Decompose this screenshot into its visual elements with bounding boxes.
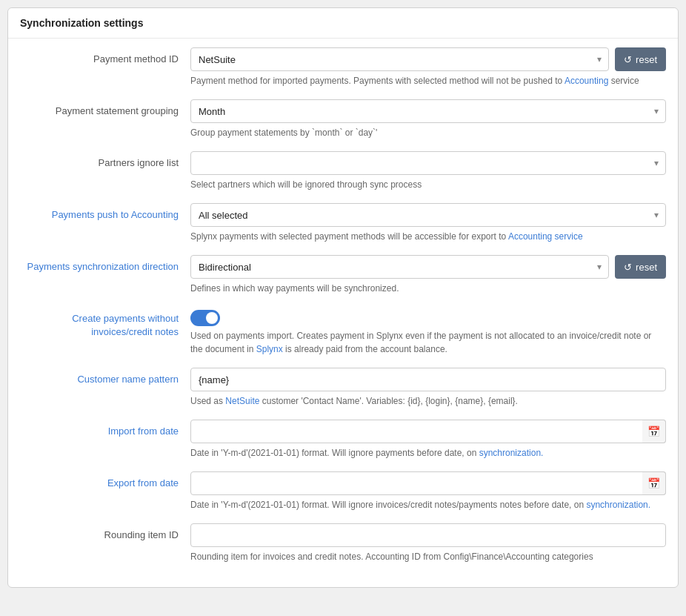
select-payment-statement-grouping[interactable]: Month: [190, 99, 666, 123]
label-export-from-date: Export from date: [20, 471, 190, 490]
content-payments-push: All selected ▾ Splynx payments with sele…: [190, 203, 666, 243]
hint-payments-push: Splynx payments with selected payment me…: [190, 230, 666, 243]
row-import-from-date: Import from date 📅 Date in 'Y-m-d'(2021-…: [20, 420, 666, 460]
label-customer-name-pattern: Customer name pattern: [20, 368, 190, 386]
content-payment-method-id: NetSuite ▾ ↺ reset Payment method for im…: [190, 47, 666, 87]
content-import-from-date: 📅 Date in 'Y-m-d'(2021-01-01) format. Wi…: [190, 420, 666, 460]
row-payments-push: Payments push to Accounting All selected…: [20, 203, 666, 243]
panel-title: Synchronization settings: [8, 8, 678, 39]
label-partners-ignore-list: Partners ignore list: [20, 151, 190, 170]
hint-link-accounting-service: Accounting service: [508, 231, 583, 242]
calendar-icon-export: 📅: [647, 477, 660, 489]
hint-payments-sync-direction: Defines in which way payments will be sy…: [190, 282, 666, 295]
input-export-from-date[interactable]: [190, 471, 666, 495]
hint-link-netsuite-customer: NetSuite: [225, 396, 259, 406]
hint-rounding-item-id: Rounding item for invoices and credit no…: [190, 550, 666, 563]
calendar-button-import[interactable]: 📅: [642, 420, 666, 443]
row-export-from-date: Export from date 📅 Date in 'Y-m-d'(2021-…: [20, 471, 666, 511]
row-payment-statement-grouping: Payment statement grouping Month ▾ Group…: [20, 99, 666, 139]
content-partners-ignore-list: ▾ Select partners which will be ignored …: [190, 151, 666, 191]
hint-link-sync-export: synchronization.: [586, 500, 650, 510]
row-customer-name-pattern: Customer name pattern Used as NetSuite c…: [20, 368, 666, 408]
hint-import-from-date: Date in 'Y-m-d'(2021-01-01) format. Will…: [190, 446, 666, 460]
label-payment-statement-grouping: Payment statement grouping: [20, 99, 190, 118]
reset-button-payment-method-id[interactable]: ↺ reset: [615, 47, 666, 71]
hint-customer-name-pattern: Used as NetSuite customer 'Contact Name'…: [190, 394, 666, 408]
reset-label-sync: reset: [636, 262, 657, 273]
row-payment-method-id: Payment method ID NetSuite ▾ ↺ reset: [20, 47, 666, 87]
date-wrapper-import: 📅: [190, 420, 666, 443]
select-wrapper-payment-statement-grouping: Month ▾: [190, 99, 666, 123]
row-create-payments: Create payments without invoices/credit …: [20, 307, 666, 356]
label-create-payments: Create payments without invoices/credit …: [20, 307, 190, 339]
row-partners-ignore-list: Partners ignore list ▾ Select partners w…: [20, 151, 666, 191]
content-payments-sync-direction: Bidirectional ▾ ↺ reset Defines in which…: [190, 255, 666, 295]
input-rounding-item-id[interactable]: [190, 523, 666, 547]
select-payments-sync-direction[interactable]: Bidirectional: [190, 255, 609, 279]
label-payments-push: Payments push to Accounting: [20, 203, 190, 222]
hint-link-splynx: Splynx: [256, 344, 283, 354]
content-create-payments: Used on payments import. Creates payment…: [190, 307, 666, 356]
content-export-from-date: 📅 Date in 'Y-m-d'(2021-01-01) format. Wi…: [190, 471, 666, 511]
reset-icon: ↺: [624, 54, 632, 65]
row-rounding-item-id: Rounding item ID Rounding item for invoi…: [20, 523, 666, 563]
hint-payment-statement-grouping: Group payment statements by `month` or `…: [190, 126, 666, 139]
hint-link-accounting: Accounting: [565, 76, 608, 86]
select-partners-ignore-list[interactable]: [190, 151, 666, 175]
content-rounding-item-id: Rounding item for invoices and credit no…: [190, 523, 666, 563]
input-customer-name-pattern[interactable]: [190, 368, 666, 391]
label-payments-sync-direction: Payments synchronization direction: [20, 255, 190, 274]
select-payment-method-id[interactable]: NetSuite: [190, 47, 609, 71]
toggle-wrapper-create-payments: [190, 307, 666, 326]
hint-create-payments: Used on payments import. Creates payment…: [190, 329, 666, 356]
row-payments-sync-direction: Payments synchronization direction Bidir…: [20, 255, 666, 295]
date-wrapper-export: 📅: [190, 471, 666, 495]
input-import-from-date[interactable]: [190, 420, 666, 443]
hint-partners-ignore-list: Select partners which will be ignored th…: [190, 178, 666, 191]
control-row-payment-method-id: NetSuite ▾ ↺ reset: [190, 47, 666, 71]
calendar-button-export[interactable]: 📅: [642, 471, 666, 495]
hint-payments-push-text1: Splynx payments with selected payment me…: [190, 231, 508, 242]
hint-payment-method-id: Payment method for imported payments. Pa…: [190, 74, 666, 87]
label-payment-method-id: Payment method ID: [20, 47, 190, 66]
toggle-thumb: [206, 312, 218, 324]
hint-link-sync-import: synchronization.: [479, 448, 544, 458]
reset-button-sync-direction[interactable]: ↺ reset: [615, 255, 666, 279]
label-import-from-date: Import from date: [20, 420, 190, 438]
reset-icon-sync: ↺: [624, 262, 632, 273]
hint-export-from-date: Date in 'Y-m-d'(2021-01-01) format. Will…: [190, 498, 666, 511]
content-payment-statement-grouping: Month ▾ Group payment statements by `mon…: [190, 99, 666, 139]
content-customer-name-pattern: Used as NetSuite customer 'Contact Name'…: [190, 368, 666, 408]
synchronization-settings-panel: Synchronization settings Payment method …: [7, 7, 679, 588]
select-payments-push[interactable]: All selected: [190, 203, 666, 227]
label-rounding-item-id: Rounding item ID: [20, 523, 190, 542]
select-wrapper-sync-direction: Bidirectional ▾: [190, 255, 609, 279]
select-wrapper-payments-push: All selected ▾: [190, 203, 666, 227]
control-row-sync-direction: Bidirectional ▾ ↺ reset: [190, 255, 666, 279]
select-wrapper-partners-ignore-list: ▾: [190, 151, 666, 175]
form-body: Payment method ID NetSuite ▾ ↺ reset: [8, 39, 678, 563]
toggle-create-payments[interactable]: [190, 310, 220, 326]
select-wrapper-payment-method-id: NetSuite ▾: [190, 47, 609, 71]
reset-label: reset: [636, 54, 657, 65]
calendar-icon-import: 📅: [647, 425, 660, 437]
